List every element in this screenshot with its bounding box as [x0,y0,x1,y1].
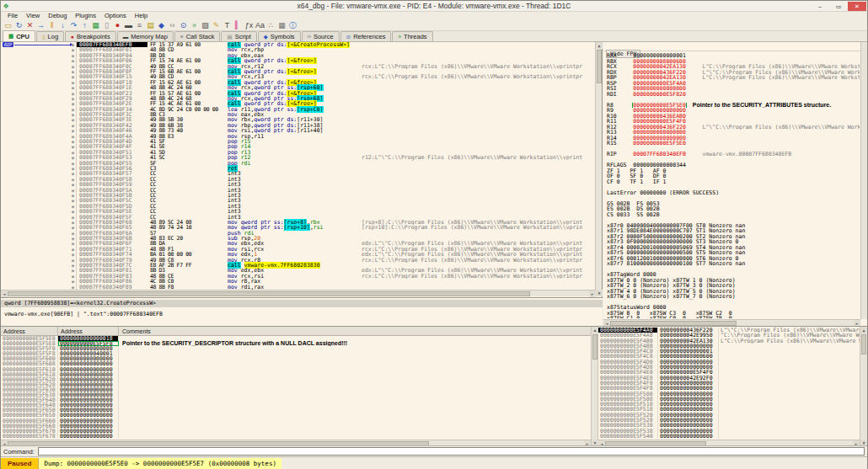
memory-icon[interactable]: ▦ [276,20,287,30]
step-into-icon[interactable]: ↓ [57,20,68,30]
scroll-thumb[interactable] [592,334,597,360]
scroll-left-arrow[interactable]: ◄ [1,290,8,297]
disasm-comment [362,285,595,290]
tab-label: Source [313,33,334,40]
tab-icon: ▤ [227,34,232,40]
maximize-button[interactable]: ▭ [829,2,848,11]
status-bar: Paused Dump: 0000000000E5F5E0 -> 0000000… [1,456,867,469]
command-label: Command: [3,448,35,456]
tab-label: References [353,33,385,40]
command-input[interactable] [38,447,865,456]
close-process-icon[interactable]: ✕ [24,20,35,30]
scroll-thumb[interactable] [8,291,530,296]
tab-icon: ● [71,34,74,40]
highlight-icon[interactable]: ▍ [233,20,244,30]
info-line-selected: qword [7FF680958838]=<kernel32.CreatePro… [1,300,603,307]
stack-value: 0000000000000000 [657,434,718,439]
view-tab[interactable]: ≡ Call Stack [174,31,221,41]
breakpoint-icon[interactable]: ● [112,20,123,30]
step-over-icon[interactable]: ↷ [68,20,79,30]
cpu-chip-icon[interactable]: ▦ [90,20,101,30]
registers-panel: Hide FPU RAX 0000000000000001RBX 0000000… [603,42,867,326]
scroll-right-arrow[interactable]: ► [589,290,596,297]
close-button[interactable]: ✕ [848,2,866,11]
register-line[interactable]: x87SW_C1 0 x87SW_C0 0 x87SW_IR 0 [607,316,860,318]
stack-vscrollbar[interactable]: ▲ ▼ [860,327,867,446]
menu-item[interactable]: File [3,12,22,19]
disasm-vscrollbar[interactable]: ▲ ▼ [595,42,602,296]
dump-col-address2[interactable]: Address [58,327,119,335]
dump-comment [119,434,591,439]
view-tab[interactable]: » Threads [392,31,432,41]
view-tab[interactable]: ▤ Script [221,31,256,41]
view-tab[interactable]: ▦ CPU [3,30,35,41]
tabbar: ▦ CPU ▯ Log ● Breakpoints ▬ Memory Map ≡… [1,31,867,42]
menu-item[interactable]: Options [100,12,131,19]
view-tab[interactable]: ● Breakpoints [65,31,116,41]
stack-row[interactable]: 0000000000E5F540 0000000000000000 [598,434,860,439]
registers-hscrollbar[interactable]: ◄ ► [603,319,860,326]
minimize-button[interactable]: – [811,2,829,11]
font-icon[interactable]: Aa [255,20,265,30]
view-tab[interactable]: ▯ Log [36,31,64,41]
log-icon[interactable]: ▯ [101,20,112,30]
menu-item[interactable]: Help [131,12,152,19]
symbols-icon[interactable]: ◆ [156,20,167,30]
view-tab[interactable]: ▬ Memory Map [117,31,174,41]
source-icon[interactable]: ‹› [167,20,178,30]
step-out-icon[interactable]: ↑ [79,20,90,30]
debugger-state-badge: Paused [1,458,39,469]
disasm-row[interactable]: RIP● 00007FF680340F89 48 8B F8 mov rdi,r… [1,285,595,290]
tab-label: CPU [16,33,29,40]
menu-item[interactable]: Debug [44,12,71,19]
script-icon[interactable]: ▤ [145,20,156,30]
window-title: x64_dbg - File: vmware-vmx.exe - PID: E4… [1,2,867,10]
patches-icon[interactable]: ▨ [200,20,211,30]
dump-col-address1[interactable]: Address [1,327,58,335]
scroll-thumb[interactable] [597,50,602,83]
call-stack-icon[interactable]: ≡ [134,20,145,30]
menu-item[interactable]: Plugins [71,12,100,19]
pause-icon[interactable]: ‖ [46,20,57,30]
run-icon[interactable]: → [35,20,46,30]
open-file-icon[interactable]: ▭ [3,20,13,30]
stack-address: 0000000000E5F540 [598,434,657,439]
tab-icon: ≡ [180,34,184,40]
scroll-up-arrow[interactable]: ▲ [860,327,867,333]
memory-map-icon[interactable]: ▬ [123,20,134,30]
stack-panel: 0000000000E5F4A0 000000000436F220 L"\"C:… [598,327,867,446]
info-line-module: vmware-vmx.exe[90EFB] | ".text":00007FF6… [1,311,603,318]
menu-item[interactable]: View [22,12,44,19]
disasm-hscrollbar[interactable]: ◄ ► [1,290,596,296]
view-tab[interactable]: ◆ Symbols [258,31,301,41]
help-icon[interactable]: ⓘ [287,20,298,30]
threads-icon[interactable]: » [189,20,200,30]
dump-address: 0000000000E5F678 [1,434,58,439]
view-tab[interactable]: ⊙ References [340,31,392,41]
dump-vscrollbar[interactable]: ▲ ▼ [591,327,598,446]
registers-vscrollbar[interactable] [860,42,867,319]
dump-panel: Address Address Comments 0000000000E5F5E… [1,327,591,446]
tab-icon: ▦ [8,33,13,40]
scroll-up-arrow[interactable]: ▲ [592,327,598,333]
trace-icon[interactable]: ∴ [265,20,276,30]
dump-col-comments[interactable]: Comments [119,327,591,335]
tab-label: Call Stack [186,33,215,40]
function-icon[interactable]: ƒx [244,20,255,30]
scroll-thumb[interactable] [861,334,866,354]
disasm-instruction: mov rdi,rax [225,285,362,290]
view-tab[interactable]: ‹› Source [302,31,340,41]
rip-label: RIP [3,42,13,47]
scroll-up-arrow[interactable]: ▲ [596,42,603,49]
restart-icon[interactable]: ↻ [13,20,24,30]
tab-label: Breakpoints [77,33,110,40]
disasm-info-box: qword [7FF680958838]=<kernel32.CreatePro… [1,297,603,326]
x64dbg-window: ❖ x64_dbg - File: vmware-vmx.exe - PID: … [0,0,868,469]
dump-rows: 0000000000E5F5E0 0000000000000018 000000… [1,336,591,439]
label-icon[interactable]: T [222,20,233,30]
dump-row[interactable]: 0000000000E5F678 0000000000000000 [1,434,591,439]
references-icon[interactable]: ⊙ [178,20,189,30]
comment-icon[interactable]: ✎ [211,20,222,30]
disasm-bytes: 48 8B F8 [147,285,225,290]
scroll-down-arrow[interactable]: ▼ [596,290,603,296]
